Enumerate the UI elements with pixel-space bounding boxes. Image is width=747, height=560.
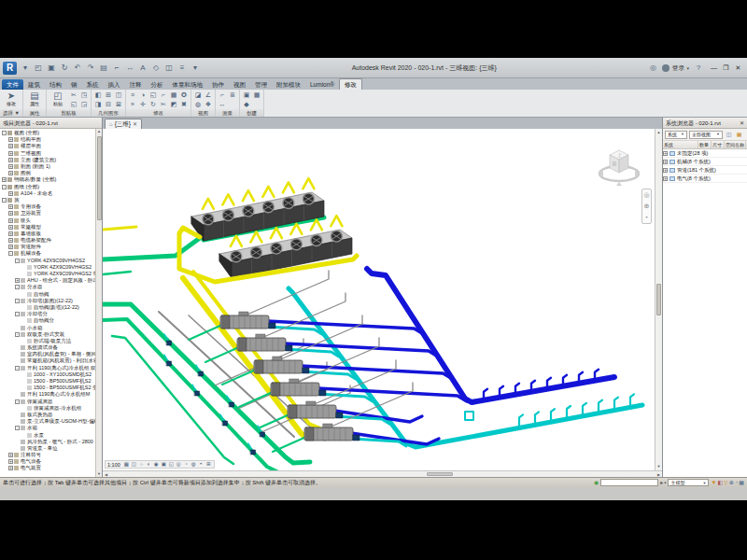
- background-processes-icon[interactable]: ⊕: [729, 479, 734, 487]
- restore-button[interactable]: ❐: [720, 63, 732, 74]
- scale-button[interactable]: 1:100: [107, 462, 120, 468]
- ribbon-tab-系统[interactable]: 系统: [82, 79, 104, 90]
- open-icon[interactable]: ◰: [33, 63, 44, 74]
- reveal-hidden-elements-icon[interactable]: ◍: [190, 461, 197, 468]
- view-tab-3d[interactable]: ⌂ {三维} ✕: [105, 119, 142, 129]
- undo-icon[interactable]: ↶: [72, 63, 83, 74]
- print-icon[interactable]: ▤: [98, 63, 109, 74]
- detail-level-icon[interactable]: ▦: [123, 461, 130, 468]
- column-header-空间名称[interactable]: 空间名称: [725, 141, 746, 148]
- expand-toggle-icon[interactable]: +: [663, 168, 668, 173]
- canvas-horizontal-scrollbar[interactable]: ◀ ▶: [103, 470, 662, 477]
- temporary-hide-isolate-icon[interactable]: ◔: [183, 461, 190, 468]
- tree-item[interactable]: 1000 - XY100USMD机S2: [0, 371, 95, 378]
- tree-item[interactable]: +图例: [0, 170, 95, 176]
- ribbon-tab-视图[interactable]: 视图: [229, 79, 250, 90]
- ribbon-tab-文件[interactable]: 文件: [2, 79, 23, 90]
- ribbon-panel-label[interactable]: 测量: [216, 109, 239, 117]
- expand-toggle-icon[interactable]: -: [15, 285, 20, 289]
- ribbon-tab-建筑[interactable]: 建筑: [23, 79, 45, 90]
- expand-toggle-icon[interactable]: +: [8, 245, 13, 249]
- expand-toggle-icon[interactable]: +: [8, 158, 13, 162]
- mirror-icon[interactable]: ◑: [138, 91, 148, 100]
- ribbon-tab-体量和场地[interactable]: 体量和场地: [168, 79, 208, 90]
- tree-item[interactable]: +管道附件: [0, 244, 95, 250]
- expand-toggle-icon[interactable]: +: [8, 218, 13, 223]
- array-icon[interactable]: ▦: [169, 91, 178, 100]
- select-links-icon[interactable]: ◔: [735, 479, 739, 487]
- minimize-button[interactable]: —: [708, 63, 720, 74]
- tree-item[interactable]: +电缆桥架配件: [0, 237, 95, 244]
- tree-item[interactable]: 小水箱: [0, 324, 95, 330]
- tree-item[interactable]: YORK 4ZX9C09VH4GS2 带风冷装置: [0, 271, 95, 277]
- text-icon[interactable]: A: [137, 63, 148, 74]
- expand-toggle-icon[interactable]: +: [8, 151, 13, 156]
- expand-toggle-icon[interactable]: -: [15, 312, 20, 316]
- scroll-up-icon[interactable]: ▲: [97, 129, 101, 134]
- tree-item[interactable]: +喷头: [0, 217, 95, 223]
- navbar-expand-icon[interactable]: ▾: [645, 214, 647, 221]
- scroll-down-icon[interactable]: ▼: [657, 464, 661, 469]
- tree-item[interactable]: +幕墙嵌板: [0, 231, 95, 237]
- sun-path-icon[interactable]: ☼: [138, 461, 145, 468]
- tree-item[interactable]: -开利 1190(离心式)冷水机组 双出水管: [0, 365, 95, 371]
- displace-elements-icon[interactable]: ❖: [204, 100, 213, 109]
- paste-button[interactable]: ◰粘贴: [49, 91, 67, 106]
- zoom-tool-icon[interactable]: ⊕: [644, 203, 650, 210]
- tree-item[interactable]: +A104 - 未命名: [0, 190, 95, 197]
- press-drag-icon[interactable]: ◧: [717, 479, 723, 487]
- scale-icon[interactable]: ◩: [169, 100, 178, 109]
- ribbon-tab-注释[interactable]: 注释: [125, 79, 147, 90]
- tree-item[interactable]: +专用设备: [0, 203, 95, 210]
- app-menu-button[interactable]: ▾: [20, 63, 31, 74]
- expand-toggle-icon[interactable]: -: [15, 426, 20, 430]
- expand-toggle-icon[interactable]: -: [2, 185, 7, 189]
- expand-toggle-icon[interactable]: +: [663, 176, 668, 181]
- search-icon[interactable]: ◎: [647, 63, 658, 74]
- ribbon-tab-分析[interactable]: 分析: [147, 79, 168, 90]
- tree-item[interactable]: 风冷热泵 - 暖气 - 卧式 - 2800 - 14000 kW: [0, 439, 95, 445]
- selection-count-icon[interactable]: ▦: [739, 479, 744, 487]
- expand-toggle-icon[interactable]: +: [8, 191, 13, 196]
- column-header-尺寸[interactable]: 尺寸: [712, 141, 725, 148]
- expand-toggle-icon[interactable]: +: [8, 238, 13, 243]
- expand-toggle-icon[interactable]: -: [8, 251, 13, 256]
- tree-item[interactable]: -水箱: [0, 425, 95, 431]
- steering-wheel-icon[interactable]: ◎: [643, 191, 649, 199]
- tree-item[interactable]: 板式换热器: [0, 412, 95, 418]
- save-icon[interactable]: ▣: [46, 63, 57, 74]
- measure-icon[interactable]: ⌐: [111, 63, 122, 74]
- expand-toggle-icon[interactable]: +: [8, 459, 13, 464]
- scroll-left-icon[interactable]: ◀: [103, 472, 109, 477]
- tree-item[interactable]: 卧式端-吸泵方法: [0, 338, 95, 344]
- cope-icon[interactable]: ◫: [114, 91, 123, 100]
- tree-item[interactable]: 泵-立式单级泵-USOM-H型-偏蝶管-106-175-CN: [0, 418, 95, 425]
- ribbon-panel-label[interactable]: 修改: [126, 109, 190, 117]
- tree-item[interactable]: +明细表/数量 (全部): [0, 176, 95, 183]
- project-browser-scrollbar[interactable]: ▲ ▼: [95, 129, 102, 477]
- sync-icon[interactable]: ↻: [59, 63, 70, 74]
- scrollbar-thumb[interactable]: [427, 472, 453, 476]
- tree-item[interactable]: 管道泵 - 单位: [0, 445, 95, 452]
- tree-item[interactable]: -双吸泵-卧式安装: [0, 331, 95, 338]
- tree-item[interactable]: +AHU - 组合式 - 固定风板 - 卧式 - 组件 - 2000 - 100…: [0, 277, 95, 284]
- scrollbar-thumb[interactable]: [97, 136, 102, 220]
- render-icon[interactable]: ◉: [153, 461, 160, 468]
- rotate-icon[interactable]: ↻: [148, 100, 158, 109]
- expand-toggle-icon[interactable]: +: [8, 231, 13, 236]
- tree-item[interactable]: +剖面 (剖面 1): [0, 163, 95, 170]
- cut-geometry-icon[interactable]: ◧: [93, 91, 103, 100]
- editable-only-icon[interactable]: ▪: [664, 479, 666, 487]
- close-panel-icon[interactable]: ✕: [740, 118, 744, 128]
- ribbon-panel-label[interactable]: 剪贴板: [47, 109, 91, 117]
- cut-icon[interactable]: ✂: [69, 91, 78, 100]
- modify-select-tool[interactable]: ➤修改: [2, 91, 21, 106]
- design-option-select[interactable]: 主模型 ▼: [668, 479, 709, 486]
- tree-item[interactable]: 水泵: [0, 431, 95, 438]
- tree-item[interactable]: +三维视图: [0, 150, 95, 157]
- tree-item[interactable]: -弹簧减震器: [0, 399, 95, 405]
- scroll-up-icon[interactable]: ▲: [657, 130, 661, 135]
- expand-toggle-icon[interactable]: +: [8, 453, 13, 457]
- join-geometry-icon[interactable]: ◨: [93, 100, 103, 109]
- autofit-columns-icon[interactable]: ◫: [725, 131, 733, 139]
